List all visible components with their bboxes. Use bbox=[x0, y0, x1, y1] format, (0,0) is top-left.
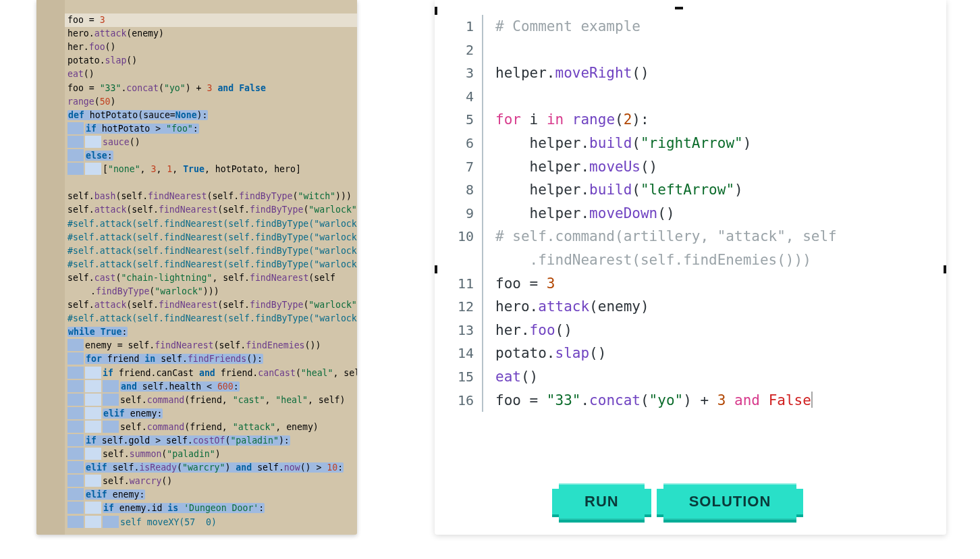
line-number: 4 bbox=[435, 85, 483, 109]
edge-tick bbox=[435, 7, 437, 15]
code-content: foo = "33".concat("yo") + 3 and False bbox=[483, 389, 813, 412]
left-code-line[interactable]: 18eat() bbox=[36, 68, 357, 81]
left-code-line[interactable]: and self.health < 600: bbox=[36, 380, 357, 394]
left-code-line[interactable]: 47elif enemy: bbox=[36, 488, 357, 502]
left-code-line[interactable]: 21def hotPotato(sauce=None): bbox=[36, 109, 357, 122]
left-code-line[interactable]: 46self.warcry() bbox=[36, 475, 357, 488]
left-code-line[interactable]: 31#self.attack(self.findNearest(self.fin… bbox=[36, 244, 357, 258]
left-code-line[interactable]: 26 bbox=[36, 176, 357, 190]
code-content: def hotPotato(sauce=None): bbox=[65, 109, 208, 122]
right-code-line[interactable]: 7 helper.moveUs() bbox=[435, 155, 946, 179]
code-content: self.attack(self.findNearest(self.findBy… bbox=[65, 298, 357, 312]
right-code-line[interactable]: 1# Comment example bbox=[435, 15, 946, 38]
left-code-line[interactable]: 45elif self.isReady("warcry") and self.n… bbox=[36, 461, 357, 475]
right-code-line[interactable]: 10# self.command(artillery, "attack", se… bbox=[435, 225, 946, 248]
line-number: 7 bbox=[435, 155, 483, 179]
left-code-line[interactable]: 23sauce() bbox=[36, 136, 357, 149]
left-code-line[interactable]: 14foo = 3 bbox=[36, 14, 357, 27]
code-content: .findNearest(self.findEnemies())) bbox=[483, 248, 811, 272]
code-content: self.cast("chain-lightning", self.findNe… bbox=[65, 271, 335, 285]
left-code-line[interactable]: 43if self.gold > self.costOf("paladin"): bbox=[36, 434, 357, 448]
code-content: eat() bbox=[483, 365, 538, 389]
edge-tick bbox=[944, 265, 946, 273]
left-code-line[interactable]: 37enemy = self.findNearest(self.findEnem… bbox=[36, 339, 357, 352]
left-code-line[interactable]: 34self.attack(self.findNearest(self.find… bbox=[36, 298, 357, 312]
right-code-line[interactable]: 4 bbox=[435, 85, 946, 109]
right-code-line[interactable]: 11foo = 3 bbox=[435, 272, 946, 296]
left-code-line[interactable]: self moveXY(57 0) bbox=[36, 516, 357, 529]
left-code-line[interactable]: 22if hotPotato > "foo": bbox=[36, 122, 357, 136]
code-content: helper.moveDown() bbox=[483, 202, 675, 225]
code-content: foo = "33".concat("yo") + 3 and False bbox=[65, 82, 266, 95]
left-code-line[interactable]: 15hero.attack(enemy) bbox=[36, 27, 357, 41]
left-code-line[interactable]: 29#self.attack(self.findNearest(self.fin… bbox=[36, 217, 357, 231]
right-code-line[interactable]: 14potato.slap() bbox=[435, 342, 946, 365]
right-code-line[interactable]: 8 helper.build("leftArrow") bbox=[435, 178, 946, 202]
right-editor[interactable]: 1# Comment example23helper.moveRight()45… bbox=[435, 0, 946, 535]
run-button[interactable]: RUN bbox=[559, 483, 645, 520]
right-code-line[interactable]: 16foo = "33".concat("yo") + 3 and False bbox=[435, 389, 946, 412]
right-code-line[interactable]: 3helper.moveRight() bbox=[435, 61, 946, 85]
code-content: hero.attack(enemy) bbox=[65, 27, 164, 41]
line-number: 3 bbox=[435, 61, 483, 85]
solution-button[interactable]: SOLUTION bbox=[663, 483, 797, 520]
left-code-line[interactable]: 36while True: bbox=[36, 325, 357, 339]
left-code-line[interactable]: 48if enemy.id is 'Dungeon Door': bbox=[36, 502, 357, 515]
code-content: hero.attack(enemy) bbox=[483, 295, 649, 319]
code-content: # self.command(artillery, "attack", self bbox=[483, 225, 837, 248]
code-content: helper.build("leftArrow") bbox=[483, 178, 743, 202]
left-code-line[interactable]: 16her.foo() bbox=[36, 41, 357, 54]
left-code-line[interactable]: 13 bbox=[36, 0, 357, 14]
button-row: RUN SOLUTION bbox=[559, 483, 796, 520]
left-code-line[interactable]: .findByType("warlock"))) bbox=[36, 285, 357, 298]
left-code-line[interactable]: 42self.command(friend, "attack", enemy) bbox=[36, 421, 357, 434]
left-code-line[interactable]: 40self.command(friend, "cast", "heal", s… bbox=[36, 394, 357, 407]
right-code-line[interactable]: 15eat() bbox=[435, 365, 946, 389]
line-number: 16 bbox=[435, 389, 483, 412]
left-code-line[interactable]: 35#self.attack(self.findNearest(self.fin… bbox=[36, 312, 357, 325]
code-content: self.warcry() bbox=[65, 475, 172, 488]
left-code-line[interactable]: 39if friend.canCast and friend.canCast("… bbox=[36, 367, 357, 380]
line-number: 2 bbox=[435, 38, 483, 62]
edge-tick bbox=[435, 265, 437, 273]
left-code-line[interactable]: 27self.bash(self.findNearest(self.findBy… bbox=[36, 190, 357, 203]
code-content: her.foo() bbox=[483, 319, 572, 342]
line-number: 13 bbox=[435, 319, 483, 342]
right-code-line[interactable]: 12hero.attack(enemy) bbox=[435, 295, 946, 319]
line-number: 6 bbox=[435, 132, 483, 155]
left-code-line[interactable]: 28self.attack(self.findNearest(self.find… bbox=[36, 203, 357, 217]
code-content: foo = 3 bbox=[483, 272, 555, 296]
code-content: eat() bbox=[65, 68, 94, 81]
right-code-line[interactable]: 6 helper.build("rightArrow") bbox=[435, 132, 946, 155]
left-code-line[interactable]: 17potato.slap() bbox=[36, 54, 357, 68]
right-code-line[interactable]: 2 bbox=[435, 38, 946, 62]
right-code-line[interactable]: 13her.foo() bbox=[435, 319, 946, 342]
left-code-line[interactable]: 24else: bbox=[36, 149, 357, 163]
left-code-line[interactable]: 32#self.attack(self.findNearest(self.fin… bbox=[36, 258, 357, 271]
code-content: her.foo() bbox=[65, 41, 115, 54]
line-number: 8 bbox=[435, 178, 483, 202]
right-code-line[interactable]: 9 helper.moveDown() bbox=[435, 202, 946, 225]
code-content: for friend in self.findFriends(): bbox=[65, 352, 263, 366]
line-number: 14 bbox=[435, 342, 483, 365]
left-editor[interactable]: 1314foo = 315hero.attack(enemy)16her.foo… bbox=[36, 0, 357, 535]
code-content: enemy = self.findNearest(self.findEnemie… bbox=[65, 339, 321, 352]
right-code-line[interactable]: 5for i in range(2): bbox=[435, 108, 946, 132]
left-code-line[interactable]: 20range(50) bbox=[36, 95, 357, 109]
code-content bbox=[65, 0, 67, 14]
left-gutter bbox=[36, 0, 65, 535]
code-content: range(50) bbox=[65, 95, 116, 109]
left-code-line[interactable]: 44self.summon("paladin") bbox=[36, 448, 357, 461]
left-code-line[interactable]: 41elif enemy: bbox=[36, 407, 357, 421]
left-code-line[interactable]: 38for friend in self.findFriends(): bbox=[36, 352, 357, 366]
code-content: self.command(friend, "attack", enemy) bbox=[65, 421, 319, 434]
code-content: #self.attack(self.findNearest(self.findB… bbox=[65, 231, 357, 244]
code-content: if friend.canCast and friend.canCast("he… bbox=[65, 367, 357, 380]
code-content: elif enemy: bbox=[65, 407, 163, 421]
left-code-line[interactable]: 19foo = "33".concat("yo") + 3 and False bbox=[36, 82, 357, 95]
left-code-line[interactable]: 25["none", 3, 1, True, hotPotato, hero] bbox=[36, 163, 357, 176]
right-code-line[interactable]: .findNearest(self.findEnemies())) bbox=[435, 248, 946, 272]
left-code-line[interactable]: 30#self.attack(self.findNearest(self.fin… bbox=[36, 231, 357, 244]
left-code-line[interactable]: 33self.cast("chain-lightning", self.find… bbox=[36, 271, 357, 285]
code-content: for i in range(2): bbox=[483, 108, 649, 132]
